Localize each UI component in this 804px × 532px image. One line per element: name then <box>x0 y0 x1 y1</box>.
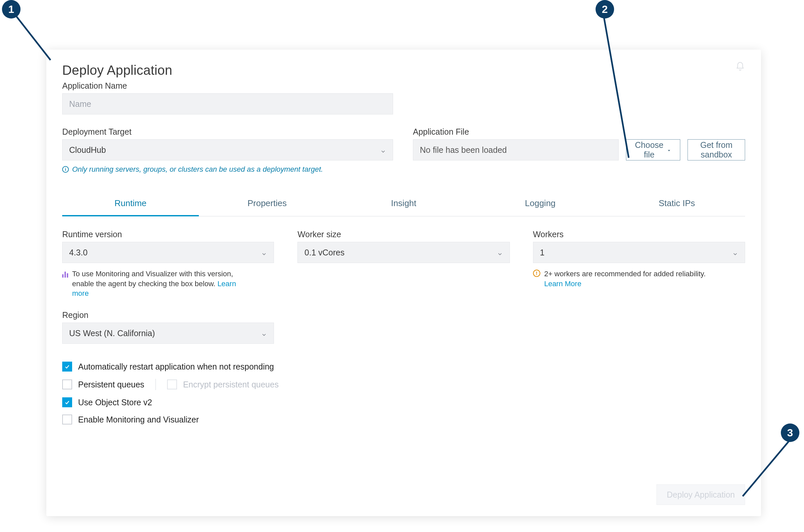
tab-static-ips[interactable]: Static IPs <box>609 192 745 216</box>
workers-learn-more-link[interactable]: Learn More <box>544 280 582 288</box>
chevron-down-icon <box>261 249 267 255</box>
application-file-status-text: No file has been loaded <box>420 145 507 155</box>
deployment-target-helper-text: Only running servers, groups, or cluster… <box>72 165 323 174</box>
separator <box>155 379 156 390</box>
workers-select[interactable]: 1 <box>533 242 745 263</box>
caret-down-icon <box>667 145 671 155</box>
deploy-card: Deploy Application Application Name Depl… <box>46 50 761 516</box>
choose-file-button[interactable]: Choose file <box>626 139 680 160</box>
runtime-version-note: To use Monitoring and Visualizer with th… <box>62 269 248 299</box>
worker-size-label: Worker size <box>298 230 510 239</box>
object-store-label: Use Object Store v2 <box>78 398 152 407</box>
options-checklist: Automatically restart application when n… <box>62 362 745 424</box>
deployment-target-value: CloudHub <box>69 145 106 155</box>
deploy-application-label: Deploy Application <box>667 490 735 499</box>
runtime-version-label: Runtime version <box>62 230 274 239</box>
get-from-sandbox-label: Get from sandbox <box>696 140 736 159</box>
persistent-queues-checkbox[interactable] <box>62 379 72 390</box>
tab-logging[interactable]: Logging <box>472 192 609 216</box>
bell-icon[interactable] <box>735 61 745 72</box>
annotation-1-line <box>15 15 51 60</box>
worker-size-value: 0.1 vCores <box>304 248 344 258</box>
monitoring-bars-icon <box>62 270 68 278</box>
workers-note-text: 2+ workers are recommended for added rel… <box>544 270 706 278</box>
auto-restart-label: Automatically restart application when n… <box>78 362 274 372</box>
region-select[interactable]: US West (N. California) <box>62 323 274 344</box>
deploy-application-button[interactable]: Deploy Application <box>656 484 745 505</box>
deployment-target-label: Deployment Target <box>62 127 393 137</box>
persistent-queues-label: Persistent queues <box>78 380 144 390</box>
deployment-target-select[interactable]: CloudHub <box>62 139 393 160</box>
annotation-2: 2 <box>596 0 614 19</box>
auto-restart-checkbox[interactable] <box>62 362 72 372</box>
chevron-down-icon <box>732 249 738 255</box>
encrypt-queues-checkbox <box>167 379 177 390</box>
runtime-version-select[interactable]: 4.3.0 <box>62 242 274 263</box>
region-label: Region <box>62 310 274 320</box>
object-store-checkbox[interactable] <box>62 397 72 407</box>
region-value: US West (N. California) <box>69 328 155 338</box>
workers-note: ! 2+ workers are recommended for added r… <box>533 269 718 288</box>
choose-file-label: Choose file <box>635 140 663 159</box>
enable-monitoring-label: Enable Monitoring and Visualizer <box>78 415 199 424</box>
annotation-3: 3 <box>781 423 799 442</box>
runtime-version-note-text: To use Monitoring and Visualizer with th… <box>72 270 233 288</box>
chevron-down-icon <box>380 147 386 153</box>
info-icon: i <box>62 166 69 173</box>
tabs: Runtime Properties Insight Logging Stati… <box>62 192 745 216</box>
app-name-label: Application Name <box>62 81 745 91</box>
runtime-version-value: 4.3.0 <box>69 248 88 258</box>
tab-runtime[interactable]: Runtime <box>62 192 199 216</box>
warning-icon: ! <box>533 270 540 277</box>
deployment-target-helper: i Only running servers, groups, or clust… <box>62 165 393 174</box>
app-name-input[interactable] <box>62 93 393 114</box>
annotation-1: 1 <box>2 0 20 19</box>
svg-marker-0 <box>668 150 670 151</box>
tab-insight[interactable]: Insight <box>336 192 472 216</box>
workers-value: 1 <box>540 248 544 258</box>
chevron-down-icon <box>497 249 503 255</box>
encrypt-queues-label: Encrypt persistent queues <box>183 380 279 390</box>
workers-label: Workers <box>533 230 745 239</box>
application-file-status: No file has been loaded <box>413 139 619 160</box>
worker-size-select[interactable]: 0.1 vCores <box>298 242 510 263</box>
application-file-label: Application File <box>413 127 745 137</box>
page-title: Deploy Application <box>62 63 745 78</box>
get-from-sandbox-button[interactable]: Get from sandbox <box>688 139 745 160</box>
enable-monitoring-checkbox[interactable] <box>62 415 72 424</box>
chevron-down-icon <box>261 330 267 336</box>
tab-properties[interactable]: Properties <box>199 192 336 216</box>
